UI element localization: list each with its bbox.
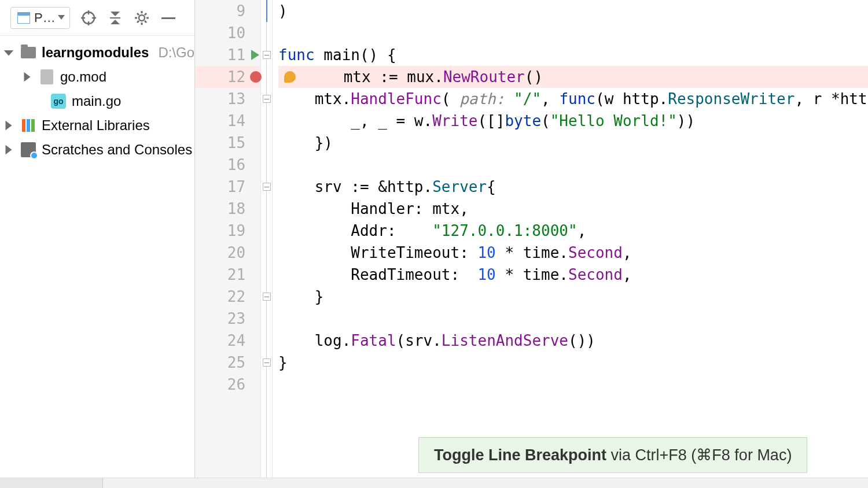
tree-file-gomod[interactable]: go.mod <box>0 65 194 89</box>
sidebar-toolbar: P… <box>0 0 194 36</box>
hint-bold: Toggle Line Breakpoint <box>434 446 606 464</box>
file-icon <box>39 69 54 84</box>
minimize-icon[interactable] <box>160 10 176 26</box>
code-line[interactable]: srv := &http.Server{ <box>278 176 868 198</box>
svg-line-16 <box>137 13 139 15</box>
code-line[interactable]: mtx.HandleFunc( path: "/", func(w http.R… <box>278 88 868 110</box>
gutter-line[interactable]: 23 <box>195 308 260 330</box>
svg-line-17 <box>145 21 146 23</box>
run-icon[interactable] <box>251 50 259 60</box>
project-tree: learngomodules D:\Go go.mod go main.go E… <box>0 36 194 488</box>
tree-scratches[interactable]: Scratches and Consoles <box>0 138 194 162</box>
svg-point-11 <box>139 15 145 21</box>
code-line[interactable]: Handler: mtx, <box>278 198 868 220</box>
collapse-icon[interactable] <box>107 10 123 26</box>
gutter-line[interactable]: 20 <box>195 242 260 264</box>
tree-ext-label: External Libraries <box>42 117 150 134</box>
svg-marker-22 <box>24 72 31 82</box>
tree-external-libraries[interactable]: External Libraries <box>0 113 194 138</box>
code-line[interactable] <box>278 308 868 330</box>
fold-strip[interactable] <box>261 0 273 488</box>
code-line[interactable]: } <box>278 286 868 308</box>
gutter-line[interactable]: 24 <box>195 330 260 352</box>
svg-rect-1 <box>17 12 30 16</box>
gutter-line[interactable]: 10 <box>195 22 260 44</box>
svg-marker-10 <box>111 20 120 24</box>
code-line[interactable]: _, _ = w.Write([]byte("Hello World!")) <box>278 110 868 132</box>
scratch-icon <box>21 142 36 157</box>
code-line[interactable]: func main() { <box>278 44 868 66</box>
gear-icon[interactable] <box>134 10 150 26</box>
gutter-line[interactable]: 26 <box>195 374 260 395</box>
code-line[interactable]: Addr: "127.0.0.1:8000", <box>278 220 868 242</box>
gutter-line[interactable]: 14 <box>195 110 260 132</box>
chevron-right-icon <box>2 119 15 132</box>
project-sidebar: P… learngomodules D:\Go go.mod go <box>0 0 195 488</box>
svg-line-18 <box>137 21 139 23</box>
tree-file-label: go.mod <box>60 69 106 85</box>
tree-scratch-label: Scratches and Consoles <box>42 142 192 158</box>
gutter-line[interactable]: 15 <box>195 132 260 154</box>
go-file-icon: go <box>51 94 66 109</box>
hint-rest: via Ctrl+F8 (⌘F8 for Mac) <box>606 446 792 464</box>
code-line[interactable]: WriteTimeout: 10 * time.Second, <box>278 242 868 264</box>
svg-marker-24 <box>6 145 12 155</box>
editor-gutter[interactable]: 91011121314151617181920212223242526 <box>195 0 261 488</box>
gutter-line[interactable]: 18 <box>195 198 260 220</box>
svg-rect-20 <box>161 17 175 19</box>
bulb-icon[interactable] <box>284 71 296 83</box>
svg-rect-9 <box>110 17 120 19</box>
gutter-line[interactable]: 19 <box>195 220 260 242</box>
project-selector[interactable]: P… <box>10 7 70 29</box>
gutter-line[interactable]: 16 <box>195 154 260 176</box>
code-line[interactable]: ReadTimeout: 10 * time.Second, <box>278 264 868 286</box>
chevron-down-icon <box>2 46 15 59</box>
code-line[interactable] <box>278 154 868 176</box>
gutter-line[interactable]: 17 <box>195 176 260 198</box>
project-label: P… <box>34 10 56 25</box>
code-line[interactable] <box>278 22 868 44</box>
code-editor: 91011121314151617181920212223242526 ✔ )f… <box>195 0 868 488</box>
target-icon[interactable] <box>80 10 97 26</box>
hint-tooltip: Toggle Line Breakpoint via Ctrl+F8 (⌘F8 … <box>418 437 807 473</box>
gutter-line[interactable]: 21 <box>195 264 260 286</box>
breakpoint-icon[interactable] <box>250 71 262 83</box>
library-icon <box>21 118 36 133</box>
bottom-strip <box>0 478 868 488</box>
code-line[interactable] <box>278 374 868 395</box>
gutter-line[interactable]: 22 <box>195 286 260 308</box>
window-icon <box>16 10 32 26</box>
gutter-line[interactable]: 11 <box>195 44 260 66</box>
svg-marker-23 <box>6 121 12 131</box>
code-line[interactable]: } <box>278 352 868 374</box>
tree-file-maingo[interactable]: go main.go <box>0 89 194 113</box>
tree-root-name: learngomodules <box>42 45 149 61</box>
gutter-line[interactable]: 9 <box>195 0 260 22</box>
code-line[interactable]: mtx := mux.NewRouter() <box>278 66 868 88</box>
tree-root[interactable]: learngomodules D:\Go <box>0 40 194 65</box>
chevron-right-icon <box>2 143 15 156</box>
code-area[interactable]: ✔ )func main() { mtx := mux.NewRouter() … <box>273 0 868 488</box>
svg-line-19 <box>145 13 146 15</box>
chevron-right-icon <box>21 71 34 83</box>
bottom-strip-left <box>0 478 103 488</box>
gutter-line[interactable]: 13 <box>195 88 260 110</box>
chevron-down-icon <box>58 15 65 21</box>
svg-marker-8 <box>111 12 120 16</box>
code-line[interactable]: log.Fatal(srv.ListenAndServe()) <box>278 330 868 352</box>
svg-marker-21 <box>4 50 14 56</box>
svg-marker-2 <box>58 15 65 20</box>
code-line[interactable]: }) <box>278 132 868 154</box>
tree-file-label: main.go <box>72 93 121 109</box>
folder-icon <box>21 45 36 60</box>
tree-root-path: D:\Go <box>158 45 194 61</box>
code-line[interactable]: ) <box>278 0 868 22</box>
gutter-line[interactable]: 12 <box>195 66 260 88</box>
gutter-line[interactable]: 25 <box>195 352 260 374</box>
